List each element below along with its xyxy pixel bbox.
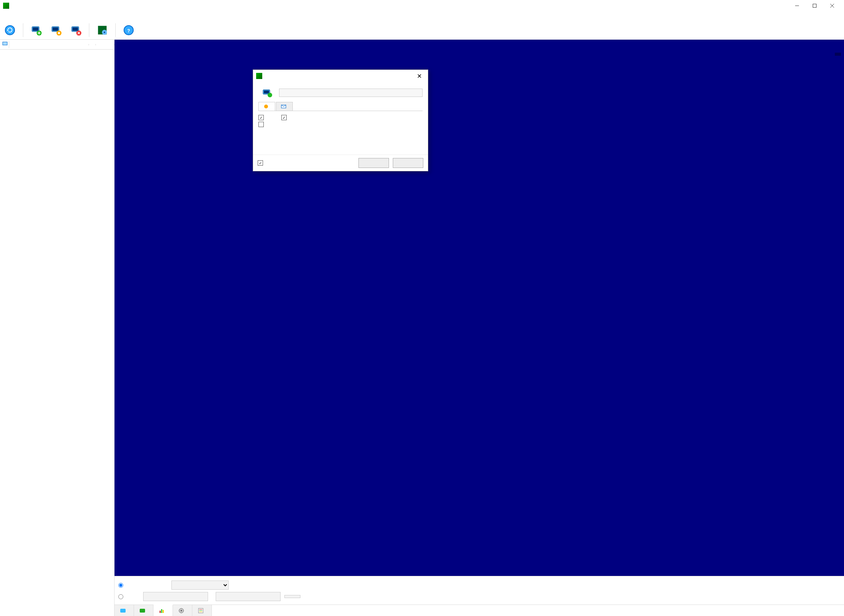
toolbar: ? [0, 21, 844, 40]
log-eventlog-checkbox[interactable] [258, 122, 423, 127]
svg-point-34 [268, 93, 272, 97]
from-input[interactable] [143, 592, 208, 601]
svg-rect-33 [264, 90, 269, 94]
bottom-tabs [115, 605, 844, 616]
menu-file[interactable] [2, 15, 8, 17]
svg-rect-1 [813, 4, 817, 8]
menu-tools[interactable] [10, 15, 16, 17]
minimize-button[interactable] [788, 0, 806, 11]
help-button[interactable]: ? [122, 23, 136, 37]
tab-temperature-graph[interactable] [153, 605, 173, 616]
svg-rect-21 [120, 609, 126, 613]
settings-button[interactable] [95, 23, 109, 37]
sidebar-icon-col [0, 41, 9, 48]
tab-scan-disk[interactable] [173, 605, 192, 616]
tab-general-settings[interactable] [258, 102, 275, 111]
dialog-close-button[interactable]: ✕ [413, 73, 425, 80]
sidebar [0, 40, 115, 616]
temperature-chart [115, 40, 844, 576]
computer-icon [262, 87, 273, 98]
tab-smart-info[interactable] [134, 605, 153, 616]
svg-point-27 [181, 610, 182, 611]
maximize-button[interactable] [806, 0, 823, 11]
view-radio-input[interactable] [118, 583, 123, 588]
svg-rect-9 [53, 27, 58, 31]
email-notifications-checkbox[interactable]: ✓ [281, 115, 289, 120]
svg-rect-23 [160, 611, 161, 613]
toolbar-sep [115, 23, 116, 37]
add-computer-button[interactable] [29, 23, 43, 37]
svg-rect-20 [3, 42, 7, 45]
refresh-button[interactable] [3, 23, 17, 37]
tab-event-log[interactable] [192, 605, 212, 616]
svg-rect-24 [161, 609, 162, 613]
sidebar-temp-header[interactable] [96, 44, 114, 45]
to-input[interactable] [216, 592, 281, 601]
view-select[interactable] [171, 581, 229, 590]
range-radio-input[interactable] [118, 594, 123, 599]
tab-smtp-settings[interactable] [276, 102, 293, 111]
update-button[interactable] [284, 595, 300, 598]
toolbar-sep [23, 23, 23, 37]
edit-computer-button[interactable] [49, 23, 63, 37]
sidebar-disks-header[interactable] [9, 44, 89, 45]
svg-rect-22 [140, 609, 145, 613]
sidebar-tree[interactable] [0, 50, 114, 616]
monitoring-checkbox[interactable]: ✓ [258, 160, 265, 166]
ok-button[interactable] [358, 158, 389, 168]
range-radio[interactable] [118, 594, 126, 599]
popup-notifications-checkbox[interactable]: ✓ [258, 115, 266, 120]
app-icon [3, 3, 9, 9]
dialog-icon [256, 73, 262, 79]
svg-rect-25 [163, 610, 164, 613]
toolbar-sep [89, 23, 89, 37]
remove-computer-button[interactable] [69, 23, 83, 37]
chart-legend [835, 53, 841, 56]
view-radio[interactable] [118, 583, 126, 588]
menu-help[interactable] [25, 15, 31, 17]
modify-connection-dialog: ✕ ✓ ✓ [253, 69, 428, 171]
svg-point-11 [58, 32, 60, 34]
tab-basic-info[interactable] [115, 605, 134, 616]
sidebar-split[interactable] [89, 44, 96, 45]
svg-text:?: ? [127, 28, 130, 33]
svg-point-17 [104, 31, 105, 33]
svg-point-4 [5, 25, 15, 34]
menu-view[interactable] [18, 15, 24, 17]
svg-rect-6 [33, 27, 39, 31]
menubar [0, 11, 844, 21]
svg-rect-13 [73, 27, 78, 31]
close-button[interactable] [823, 0, 841, 11]
titlebar [0, 0, 844, 11]
cancel-button[interactable] [393, 158, 423, 168]
period-panel [115, 576, 844, 605]
local-computer-input[interactable] [279, 89, 423, 97]
chart-area [115, 40, 844, 576]
svg-point-35 [264, 105, 268, 108]
